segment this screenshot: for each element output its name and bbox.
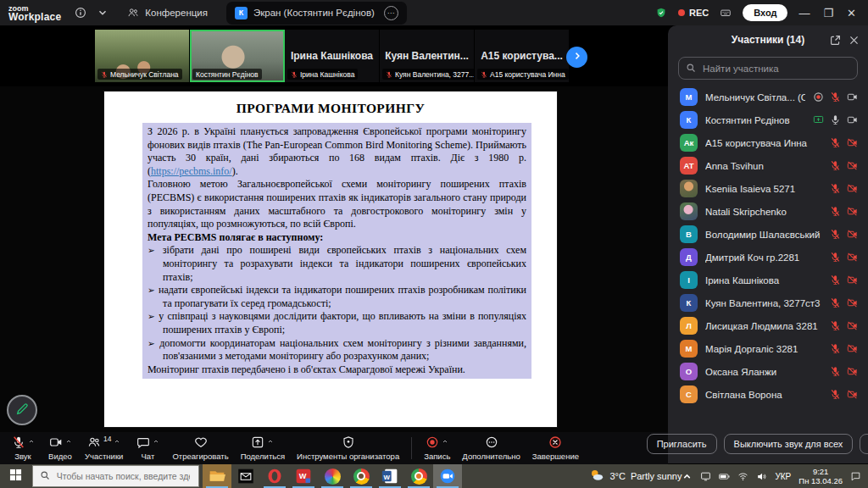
participant-row[interactable]: ДДмитрий Коч гр.2281 <box>668 246 868 269</box>
participant-row[interactable]: ООксана Яланжи <box>668 360 868 383</box>
cam-off-icon <box>847 297 858 308</box>
participant-row[interactable]: АкА15 користувача Инна <box>668 131 868 154</box>
volume-icon[interactable] <box>756 471 767 482</box>
video-tile-2[interactable]: Костянтин Рєдінов <box>190 30 285 82</box>
taskbar-chrome-profile-icon[interactable] <box>347 464 376 488</box>
chevron-up-icon[interactable] <box>267 438 274 445</box>
language-indicator[interactable]: УКР <box>775 472 791 481</box>
pecbms-link[interactable]: https://pecbms.info/ <box>151 165 232 177</box>
participant-search-input[interactable] <box>701 63 850 75</box>
shield-icon <box>342 435 355 449</box>
tray-device-icon[interactable] <box>700 471 711 482</box>
chevron-up-icon[interactable] <box>65 438 72 445</box>
battery-icon[interactable] <box>719 471 730 482</box>
close-panel-icon[interactable] <box>849 35 860 46</box>
mic-off-icon <box>830 92 841 103</box>
taskbar-swirl-browser-icon[interactable] <box>318 464 347 488</box>
participant-row[interactable]: ЛЛисицкая Людмила 3281 <box>668 314 868 337</box>
participant-search[interactable] <box>678 57 858 80</box>
next-videos-button[interactable] <box>566 47 587 68</box>
popout-icon[interactable] <box>830 35 841 46</box>
participant-name: Володимир Шалаєвський НПП Білобер... <box>705 230 822 240</box>
cam-off-icon <box>847 343 858 354</box>
tray-overflow-icon[interactable] <box>682 471 693 482</box>
taskbar-file-explorer-icon[interactable] <box>203 464 231 488</box>
security-shield-icon[interactable] <box>655 7 667 19</box>
tile-name-text: А15 користувача Инна <box>490 70 565 79</box>
login-button[interactable]: Вход <box>743 4 787 21</box>
taskbar-search-input[interactable] <box>55 470 192 482</box>
video-tile-5[interactable]: А15 користува...А15 користувача Инна <box>475 30 570 82</box>
toolbar-end-button[interactable]: Завершение <box>532 435 579 461</box>
video-tile-1[interactable]: Мельничук Світлана <box>95 30 190 82</box>
toolbar-chat-button[interactable]: Чат <box>135 435 160 461</box>
taskbar-search[interactable] <box>32 465 200 487</box>
tab-meeting[interactable]: Конференция <box>119 3 216 23</box>
toolbar-record-button[interactable]: Запись <box>424 435 450 461</box>
toolbar-host-tools-button[interactable]: Инструменты организатора <box>297 435 399 461</box>
participant-row[interactable]: ККостянтин Рєдінов <box>668 108 868 131</box>
keyboard-icon[interactable] <box>720 7 732 19</box>
toolbar-video-button[interactable]: Видео <box>47 435 73 461</box>
taskbar-opera-icon[interactable] <box>260 464 289 488</box>
shared-screen-area: ПРОГРАМИ МОНІТОРИНГУ З 2026 р. в Україні… <box>0 86 668 432</box>
participant-name: Куян Валентина, 3277ст3 <box>705 298 822 308</box>
start-button[interactable] <box>0 464 32 488</box>
annotate-button[interactable] <box>7 395 37 425</box>
participant-name: Лисицкая Людмила 3281 <box>705 321 822 331</box>
video-tile-3[interactable]: Ірина КашніковаІрина Кашнікова <box>285 30 380 82</box>
chevron-up-icon[interactable] <box>28 438 35 445</box>
close-window-button[interactable]: ✕ <box>847 7 856 19</box>
chevron-up-icon[interactable] <box>442 438 448 445</box>
invite-button[interactable]: Пригласить <box>647 434 717 454</box>
panel-more-button[interactable]: ··· <box>860 434 868 454</box>
chevron-up-icon[interactable] <box>114 438 120 445</box>
participant-row[interactable]: Natali Skripchenko <box>668 200 868 223</box>
toolbar-share-button[interactable]: Поделиться <box>241 435 285 461</box>
taskbar-word-icon[interactable]: W <box>376 464 404 488</box>
toolbar-more-button[interactable]: Дополнительно <box>462 435 520 461</box>
toolbar-react-button[interactable]: Отреагировать <box>172 435 228 461</box>
video-tile-4[interactable]: Куян Валентин...Куян Валентина, 3277... <box>380 30 475 82</box>
mic-on-icon <box>830 114 841 125</box>
participant-row[interactable]: ВВолодимир Шалаєвський НПП Білобер... <box>668 223 868 246</box>
participant-row[interactable]: ССвітлана Ворона <box>668 383 868 406</box>
info-icon[interactable] <box>75 7 86 19</box>
wifi-icon[interactable] <box>737 471 748 482</box>
taskbar-search-icon <box>40 469 50 484</box>
participants-footer: Пригласить Выключить звук для всех ··· <box>668 424 868 463</box>
bullet-marker-icon: ➢ <box>147 311 159 321</box>
mic-off-icon <box>830 366 841 377</box>
toolbar-participants-button[interactable]: 14Участники <box>85 435 123 461</box>
chevron-up-icon[interactable] <box>153 438 159 445</box>
minimize-button[interactable]: — <box>798 7 810 19</box>
mute-all-button[interactable]: Выключить звук для всех <box>724 434 854 454</box>
search-icon <box>686 61 696 76</box>
participant-row[interactable]: АТAnna Tsvihun <box>668 154 868 177</box>
taskbar-chrome-icon[interactable] <box>404 464 433 488</box>
maximize-button[interactable]: ❐ <box>823 7 833 19</box>
participant-row[interactable]: ІІрина Кашнікова <box>668 269 868 291</box>
taskbar-red-w-app-icon[interactable]: W <box>289 464 318 488</box>
svg-text:W: W <box>384 474 391 481</box>
toolbar-icon-row <box>194 435 208 450</box>
participant-row[interactable]: ММарія Доргаліс 3281 <box>668 337 868 360</box>
action-center-icon[interactable] <box>850 471 861 482</box>
taskbar-clock[interactable]: 9:21 Пн 13.04.26 <box>798 467 843 485</box>
tile-name-label: Костянтин Рєдінов <box>192 69 262 80</box>
participant-row[interactable]: Kseniia Isaieva 5271 <box>668 177 868 200</box>
participant-status-icons <box>830 160 858 171</box>
taskbar-weather[interactable]: 3°C Partly sunny <box>589 468 682 485</box>
taskbar-mail-icon[interactable] <box>231 464 260 488</box>
taskbar-zoom-app-icon[interactable] <box>433 464 462 488</box>
tab-options-icon[interactable]: ··· <box>384 6 398 20</box>
weather-icon <box>589 468 604 485</box>
participant-avatar: І <box>680 271 698 289</box>
mic-off-icon <box>830 137 841 148</box>
tab-screen-share[interactable]: К Экран (Костянтин Рєдінов) ··· <box>226 2 407 25</box>
mic-off-icon <box>101 71 108 78</box>
toolbar-audio-button[interactable]: Звук <box>10 435 36 461</box>
chevron-down-icon[interactable] <box>97 7 108 19</box>
participant-row[interactable]: ММельничук Світла... (Организатор, я) <box>668 86 868 108</box>
participant-row[interactable]: ККуян Валентина, 3277ст3 <box>668 291 868 314</box>
